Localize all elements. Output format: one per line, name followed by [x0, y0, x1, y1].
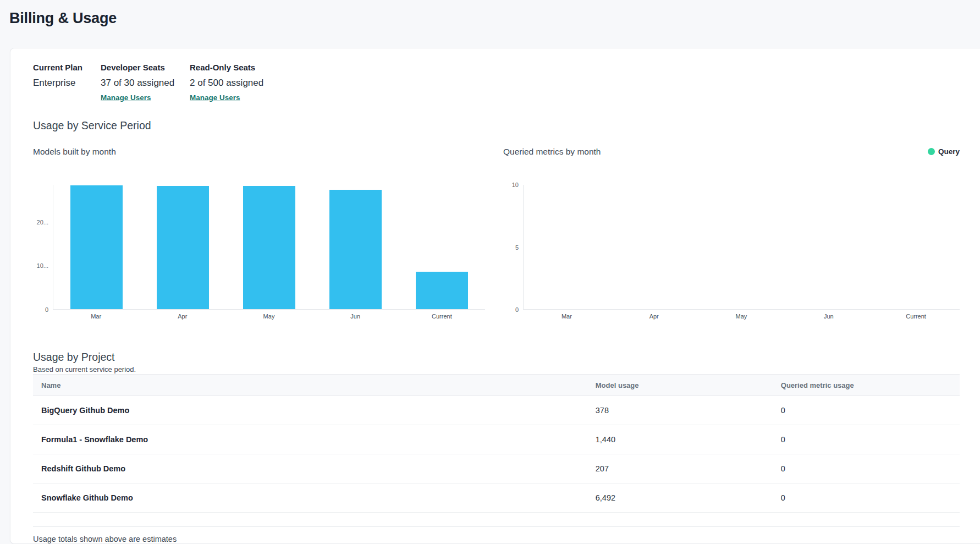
model-usage-value: 378	[596, 396, 781, 425]
project-name: Formula1 - Snowflake Demo	[33, 425, 596, 454]
developer-seats-value: 37 of 30 assigned	[101, 78, 190, 89]
queried-metrics-chart-title: Queried metrics by month	[503, 146, 601, 157]
x-tick-label: Current	[399, 313, 485, 320]
x-tick-label: Mar	[523, 313, 610, 320]
page-title: Billing & Usage	[0, 0, 980, 28]
bar-jun	[329, 190, 381, 309]
x-tick-label: Apr	[139, 313, 225, 320]
x-tick-label: May	[698, 313, 785, 320]
charts-row: Models built by month 010...20... MarApr…	[33, 146, 960, 320]
y-tick-label: 10...	[37, 262, 48, 269]
bar-current	[416, 272, 467, 309]
manage-users-link-readonly[interactable]: Manage Users	[190, 94, 240, 102]
billing-card: Current Plan Enterprise Developer Seats …	[10, 48, 980, 544]
readonly-seats-block: Read-Only Seats 2 of 500 assigned Manage…	[190, 63, 311, 102]
legend-dot-icon	[928, 148, 935, 155]
usage-by-project-table: NameModel usageQueried metric usage BigQ…	[33, 374, 960, 513]
models-built-chart: Models built by month 010...20... MarApr…	[33, 146, 485, 320]
x-tick-label: Apr	[610, 313, 698, 320]
x-tick-label: Current	[872, 313, 960, 320]
current-plan-label: Current Plan	[33, 63, 101, 73]
table-row: Snowflake Github Demo6,4920	[33, 483, 960, 513]
column-header: Queried metric usage	[781, 375, 960, 396]
model-usage-value: 207	[596, 454, 781, 483]
models-built-bar-chart: 010...20... MarAprMayJunCurrent	[33, 185, 485, 320]
plot-area	[53, 185, 485, 310]
plot-area	[523, 185, 960, 310]
plan-summary: Current Plan Enterprise Developer Seats …	[33, 63, 960, 102]
x-axis-labels: MarAprMayJunCurrent	[53, 313, 485, 320]
manage-users-link-developer[interactable]: Manage Users	[101, 94, 151, 102]
y-tick-label: 20...	[37, 219, 48, 226]
table-row: Formula1 - Snowflake Demo1,4400	[33, 425, 960, 454]
developer-seats-block: Developer Seats 37 of 30 assigned Manage…	[101, 63, 190, 102]
project-name: BigQuery Github Demo	[33, 396, 596, 425]
usage-by-project-title: Usage by Project	[33, 351, 960, 363]
x-tick-label: May	[225, 313, 312, 320]
bar-may	[243, 186, 295, 309]
current-plan-block: Current Plan Enterprise	[33, 63, 101, 102]
queried-metrics-bar-chart: 0510 MarAprMayJunCurrent	[503, 185, 960, 320]
legend-label: Query	[938, 147, 960, 156]
queried-metric-usage-value: 0	[781, 396, 960, 425]
current-plan-value: Enterprise	[33, 78, 101, 89]
chart-legend: Query	[928, 147, 960, 156]
queried-metric-usage-value: 0	[781, 483, 960, 513]
usage-by-project-subtitle: Based on current service period.	[33, 365, 960, 373]
queried-metrics-chart: Queried metrics by month Query 0510 MarA…	[503, 146, 960, 320]
usage-estimates-note: Usage totals shown above are estimates	[33, 534, 960, 544]
y-tick-label: 0	[515, 306, 519, 313]
x-tick-label: Jun	[785, 313, 872, 320]
bar-apr	[157, 186, 208, 309]
usage-by-service-period-title: Usage by Service Period	[33, 119, 960, 132]
y-tick-label: 5	[515, 244, 519, 251]
y-tick-label: 0	[45, 306, 48, 313]
models-built-chart-title: Models built by month	[33, 146, 116, 157]
table-header: NameModel usageQueried metric usage	[33, 375, 960, 396]
y-axis: 010...20...	[33, 185, 53, 310]
x-tick-label: Jun	[312, 313, 399, 320]
project-name: Snowflake Github Demo	[33, 483, 596, 513]
readonly-seats-value: 2 of 500 assigned	[190, 78, 311, 89]
table-row: Redshift Github Demo2070	[33, 454, 960, 483]
bar-mar	[70, 185, 122, 309]
queried-metric-usage-value: 0	[781, 454, 960, 483]
column-header: Model usage	[596, 375, 781, 396]
y-axis: 0510	[503, 185, 523, 310]
developer-seats-label: Developer Seats	[101, 63, 190, 73]
readonly-seats-label: Read-Only Seats	[190, 63, 311, 73]
table-row: BigQuery Github Demo3780	[33, 396, 960, 425]
table-bottom-divider	[33, 513, 960, 527]
project-name: Redshift Github Demo	[33, 454, 596, 483]
x-tick-label: Mar	[53, 313, 139, 320]
queried-metric-usage-value: 0	[781, 425, 960, 454]
model-usage-value: 6,492	[596, 483, 781, 513]
model-usage-value: 1,440	[596, 425, 781, 454]
column-header: Name	[33, 375, 596, 396]
x-axis-labels: MarAprMayJunCurrent	[523, 313, 960, 320]
y-tick-label: 10	[512, 182, 519, 188]
